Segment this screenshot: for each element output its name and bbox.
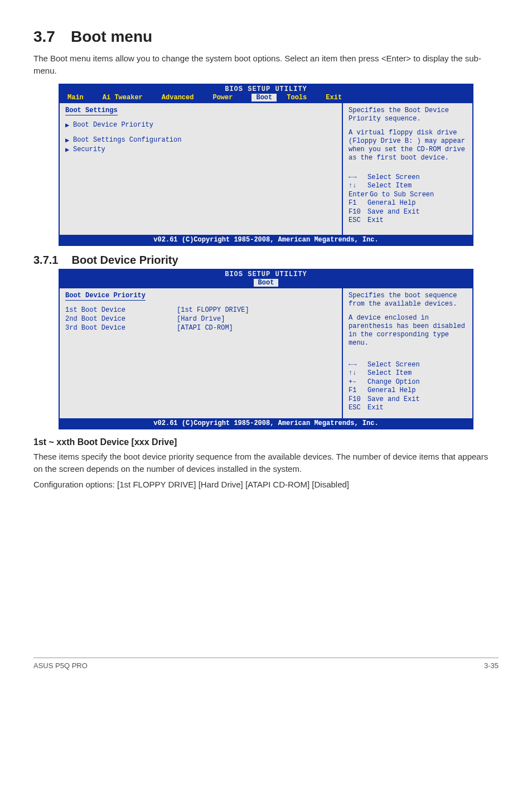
bios-menubar: Boot [60,278,472,288]
bios-right-pane: Specifies the boot sequence from the ava… [343,288,472,419]
submenu-arrow-icon: ▶ [65,136,73,144]
intro-paragraph: The Boot menu items allow you to change … [33,52,499,77]
arrows-ud-icon: ↑↓ [349,182,367,191]
arrows-ud-icon: ↑↓ [349,369,367,378]
tab-power[interactable]: Power [212,94,240,102]
help-text-2: A device enclosed in parenthesis has bee… [349,314,467,347]
field-heading: 1st ~ xxth Boot Device [xxx Drive] [33,437,499,447]
bios-menubar: Main Ai Tweaker Advanced Power Boot Tool… [60,93,472,103]
body-paragraph-2: Configuration options: [1st FLOPPY DRIVE… [33,479,499,491]
subsection-title: Boot Device Priority [71,254,178,266]
tab-main[interactable]: Main [67,94,91,102]
tab-boot[interactable]: Boot [252,94,277,102]
bios-left-pane: Boot Device Priority 1st Boot Device [1s… [60,288,343,419]
tab-tools[interactable]: Tools [287,94,315,102]
tab-ai-tweaker[interactable]: Ai Tweaker [103,94,151,102]
section-heading: 3.7Boot menu [33,28,499,46]
body-paragraph-1: These items specify the boot device prio… [33,451,499,475]
page-footer: ASUS P5Q PRO 3-35 [33,658,499,670]
bios-footer: v02.61 (C)Copyright 1985-2008, American … [60,235,472,245]
bios-footer: v02.61 (C)Copyright 1985-2008, American … [60,418,472,428]
arrows-lr-icon: ←→ [349,361,367,370]
bios-right-pane: Specifies the Boot Device Priority seque… [343,103,472,235]
help-text-1: Specifies the boot sequence from the ava… [349,292,467,308]
tab-advanced[interactable]: Advanced [162,94,202,102]
menu-item-boot-device-priority[interactable]: ▶ Boot Device Priority [65,121,336,129]
help-text-1: Specifies the Boot Device Priority seque… [349,107,467,123]
menu-item-security[interactable]: ▶ Security [65,146,336,154]
setting-3rd-boot-device[interactable]: 3rd Boot Device [ATAPI CD-ROM] [65,324,336,332]
bios-title: BIOS SETUP UTILITY [60,270,472,278]
tab-exit[interactable]: Exit [326,94,350,102]
subsection-heading: 3.7.1Boot Device Priority [33,254,499,267]
key-legend: ←→Select Screen ↑↓Select Item EnterGo to… [349,173,467,226]
section-title: Boot menu [71,28,152,45]
setting-1st-boot-device[interactable]: 1st Boot Device [1st FLOPPY DRIVE] [65,306,336,314]
bios-title: BIOS SETUP UTILITY [60,85,472,93]
submenu-arrow-icon: ▶ [65,146,73,154]
submenu-arrow-icon: ▶ [65,121,73,129]
tab-boot[interactable]: Boot [254,279,279,287]
key-legend: ←→Select Screen ↑↓Select Item +-Change O… [349,361,467,413]
bios-screenshot-boot-menu: BIOS SETUP UTILITY Main Ai Tweaker Advan… [59,84,473,246]
subsection-number: 3.7.1 [33,254,58,266]
menu-item-boot-settings-configuration[interactable]: ▶ Boot Settings Configuration [65,136,336,144]
setting-2nd-boot-device[interactable]: 2nd Boot Device [Hard Drive] [65,315,336,323]
bios-heading: Boot Settings [65,107,118,115]
footer-right: 3-35 [484,661,499,670]
bios-left-pane: Boot Settings ▶ Boot Device Priority ▶ B… [60,103,343,235]
footer-left: ASUS P5Q PRO [33,661,88,670]
help-text-2: A virtual floppy disk drive (Floppy Driv… [349,129,467,162]
section-number: 3.7 [33,28,55,45]
bios-screenshot-boot-device-priority: BIOS SETUP UTILITY Boot Boot Device Prio… [59,269,473,430]
arrows-lr-icon: ←→ [349,173,367,182]
bios-heading: Boot Device Priority [65,292,146,301]
